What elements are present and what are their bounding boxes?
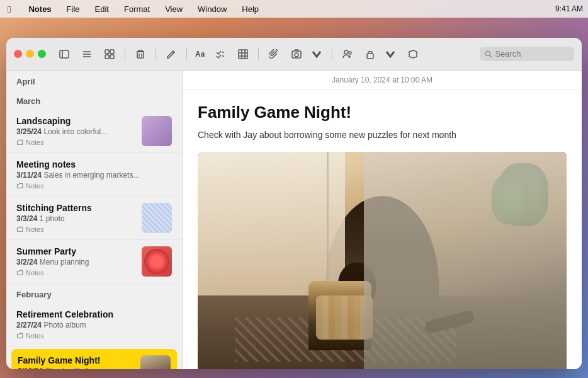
note-title: Landscaping (16, 116, 137, 126)
note-meta: 2/27/24 Photo album (16, 321, 172, 329)
fullscreen-button[interactable] (38, 50, 46, 58)
note-footer: Notes (16, 182, 172, 190)
note-item-summer-party[interactable]: Summer Party 3/2/24 Menu planning Notes (6, 240, 182, 284)
section-march: March (6, 90, 182, 110)
svg-rect-15 (239, 50, 247, 59)
note-title: Retirement Celebration (16, 309, 172, 319)
note-title: Summer Party (16, 246, 137, 256)
note-thumbnail (142, 203, 172, 233)
menu-edit[interactable]: Edit (93, 3, 111, 15)
note-item-landscaping[interactable]: Landscaping 3/25/24 Look into colorful..… (6, 110, 182, 153)
note-meta: 3/3/24 1 photo (16, 214, 137, 223)
note-content-text: Check with Jay about borrowing some new … (198, 129, 567, 142)
delete-button[interactable] (131, 45, 150, 63)
note-item-stitching[interactable]: Stitching Patterns 3/3/24 1 photo Notes (6, 197, 182, 240)
notes-window: Aa (6, 38, 582, 369)
note-image (198, 152, 567, 369)
menubar:  Notes File Edit Format View Window Hel… (0, 0, 588, 18)
minimize-button[interactable] (26, 50, 34, 58)
note-item-meeting[interactable]: Meeting notes 3/11/24 Sales in emerging … (6, 153, 182, 197)
lock-button[interactable] (361, 45, 380, 63)
note-detail: January 10, 2024 at 10:00 AM Family Game… (183, 71, 582, 369)
svg-line-26 (490, 55, 492, 57)
menu-window[interactable]: Window (195, 3, 229, 15)
menubar-time: 9:41 AM (555, 4, 583, 13)
sidebar-toggle-button[interactable] (55, 45, 74, 63)
menu-help[interactable]: Help (239, 3, 261, 15)
svg-rect-0 (60, 50, 69, 58)
svg-rect-6 (110, 50, 114, 54)
note-content[interactable]: Family Game Night! Check with Jay about … (183, 90, 582, 369)
section-february: February (6, 284, 182, 303)
folder-icon (16, 183, 23, 190)
note-title: Stitching Patterns (16, 203, 137, 213)
note-footer: Notes (16, 332, 172, 340)
search-box[interactable] (480, 47, 574, 61)
menu-file[interactable]: File (64, 3, 82, 15)
note-thumbnail (142, 246, 172, 277)
move-note-button[interactable] (404, 45, 422, 63)
toolbar-divider-5 (332, 48, 332, 60)
lock-dropdown-button[interactable] (381, 45, 400, 63)
note-content-title: Family Game Night! (198, 103, 567, 122)
note-meta: 3/11/24 Sales in emerging markets... (16, 171, 172, 180)
traffic-lights (14, 50, 46, 58)
note-meta: 3/2/24 Menu planning (16, 258, 137, 266)
note-footer: Notes (16, 269, 137, 277)
photo-dropdown-button[interactable] (307, 45, 326, 63)
menu-view[interactable]: View (162, 3, 185, 15)
main-content: April March Landscaping 3/25/24 Look int… (6, 71, 582, 369)
apple-menu[interactable]:  (5, 3, 13, 16)
svg-point-23 (349, 52, 351, 54)
svg-point-21 (295, 53, 298, 57)
close-button[interactable] (14, 50, 22, 58)
note-footer: Notes (16, 226, 137, 233)
svg-point-22 (344, 50, 348, 54)
search-icon (485, 50, 492, 58)
list-view-button[interactable] (77, 45, 96, 63)
folder-icon (16, 139, 23, 146)
folder-icon (16, 226, 23, 233)
note-photo (198, 152, 567, 369)
format-text-button[interactable]: Aa (193, 45, 207, 63)
svg-rect-7 (105, 55, 109, 59)
svg-rect-5 (105, 50, 109, 54)
toolbar-divider-3 (186, 48, 187, 60)
sidebar: April March Landscaping 3/25/24 Look int… (6, 71, 183, 369)
note-title: Meeting notes (16, 159, 172, 169)
toolbar-divider-2 (155, 48, 156, 60)
menubar-right: 9:41 AM (555, 4, 583, 13)
note-item-retirement[interactable]: Retirement Celebration 2/27/24 Photo alb… (6, 303, 182, 346)
table-button[interactable] (234, 45, 252, 63)
toolbar-divider-1 (125, 48, 125, 60)
photo-button[interactable] (287, 45, 306, 63)
note-thumbnail (142, 116, 172, 146)
note-meta: 3/25/24 Look into colorful... (16, 127, 137, 136)
attachment-button[interactable] (264, 45, 283, 63)
search-input[interactable] (495, 49, 569, 59)
folder-icon (16, 333, 23, 340)
note-date: January 10, 2024 at 10:00 AM (332, 76, 433, 84)
toolbar: Aa (6, 38, 582, 71)
grid-view-button[interactable] (100, 45, 119, 63)
note-item-family-game-night[interactable]: Family Game Night! 2/10/24 Check with Ja… (11, 349, 177, 369)
collaborate-button[interactable] (338, 45, 357, 63)
note-meta: 2/10/24 Check with Jay a... (18, 367, 135, 369)
note-date-bar: January 10, 2024 at 10:00 AM (183, 71, 582, 90)
svg-point-25 (485, 51, 490, 55)
svg-rect-24 (367, 54, 373, 59)
compose-button[interactable] (162, 45, 181, 63)
checklist-button[interactable] (211, 45, 230, 63)
folder-icon (16, 270, 23, 277)
note-footer: Notes (16, 139, 137, 146)
menu-format[interactable]: Format (122, 3, 152, 15)
menu-notes[interactable]: Notes (26, 3, 54, 15)
note-thumbnail (140, 355, 171, 369)
svg-rect-8 (110, 55, 114, 59)
section-april: April (6, 71, 182, 90)
note-title: Family Game Night! (18, 355, 135, 365)
toolbar-divider-4 (258, 48, 259, 60)
svg-rect-9 (137, 52, 144, 58)
